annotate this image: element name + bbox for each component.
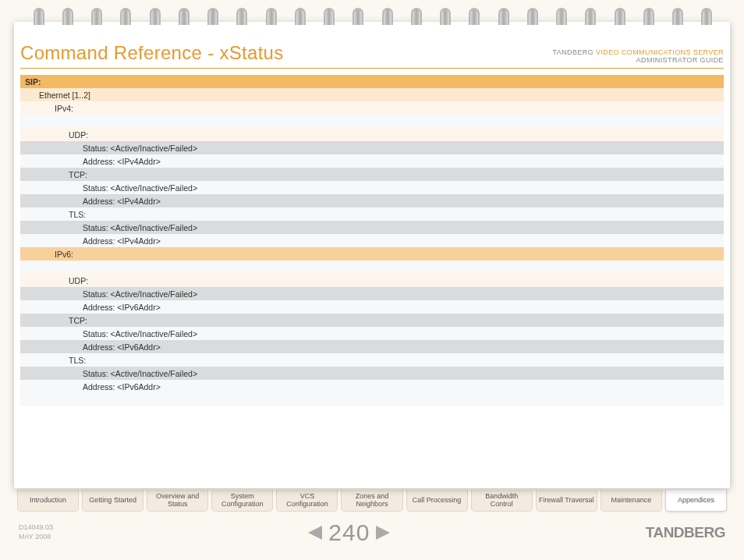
doc-date: MAY 2008: [19, 533, 53, 542]
table-row: TCP:: [20, 314, 724, 327]
spiral-binding: [0, 0, 744, 28]
row-text: UDP:: [69, 130, 88, 140]
tab-appendices[interactable]: Appendices: [665, 490, 727, 512]
brand-name: TANDBERG: [553, 48, 594, 56]
page-title: Command Reference - xStatus: [20, 42, 284, 64]
ring-icon: [527, 8, 537, 28]
ring-icon: [150, 8, 159, 28]
row-text: Address: <IPv4Addr>: [83, 236, 161, 246]
table-row: Status: <Active/Inactive/Failed>: [20, 327, 724, 340]
ring-icon: [643, 8, 653, 28]
table-row: Address: <IPv6Addr>: [20, 340, 724, 353]
table-row: [20, 115, 724, 128]
tab-zones-and-neighbors[interactable]: Zones and Neighbors: [341, 490, 402, 512]
table-row: Status: <Active/Inactive/Failed>: [20, 287, 724, 300]
row-text: UDP:: [69, 276, 88, 285]
tab-overview-and-status[interactable]: Overview and Status: [147, 490, 208, 512]
pager: 240: [308, 519, 390, 546]
ring-icon: [701, 8, 710, 28]
tab-getting-started[interactable]: Getting Started: [82, 490, 143, 512]
table-row: Status: <Active/Inactive/Failed>: [20, 181, 724, 194]
tab-maintenance[interactable]: Maintenance: [601, 490, 662, 512]
row-text: TCP:: [69, 316, 87, 325]
ring-icon: [382, 8, 391, 28]
ring-icon: [411, 8, 420, 28]
table-row: UDP:: [20, 128, 724, 141]
tab-introduction[interactable]: Introduction: [17, 490, 79, 512]
row-text: Address: <IPv4Addr>: [83, 157, 161, 166]
table-row: Status: <Active/Inactive/Failed>: [20, 367, 724, 380]
ring-icon: [295, 8, 304, 28]
ring-icon: [615, 8, 624, 28]
guide-subtitle: ADMINISTRATOR GUIDE: [553, 56, 724, 64]
table-row: Address: <IPv6Addr>: [20, 380, 724, 393]
table-row: IPv4:: [20, 101, 724, 115]
prev-page-icon[interactable]: [308, 526, 322, 540]
tab-firewall-traversal[interactable]: Firewall Traversal: [536, 490, 597, 512]
row-text: Status: <Active/Inactive/Failed>: [83, 183, 197, 193]
row-text: Address: <IPv6Addr>: [83, 342, 161, 352]
table-row: IPv6:: [20, 247, 724, 261]
row-text: Address: <IPv4Addr>: [83, 197, 161, 206]
ring-icon: [469, 8, 478, 28]
table-row: TCP:: [20, 168, 724, 181]
ring-icon: [353, 8, 362, 28]
brand-logo: TANDBERG: [646, 524, 725, 541]
footer: D14049.03 MAY 2008 240 TANDBERG: [19, 518, 725, 548]
ring-icon: [34, 8, 43, 28]
ring-icon: [207, 8, 217, 28]
ring-icon: [62, 8, 72, 28]
doc-info: D14049.03 MAY 2008: [19, 523, 53, 541]
row-text: Status: <Active/Inactive/Failed>: [83, 289, 197, 299]
row-text: Status: <Active/Inactive/Failed>: [83, 223, 197, 232]
tab-system-configuration[interactable]: System Configuration: [211, 490, 273, 512]
row-text: TCP:: [69, 170, 87, 179]
row-text: IPv6:: [55, 250, 73, 259]
ring-icon: [324, 8, 333, 28]
row-text: Status: <Active/Inactive/Failed>: [83, 144, 197, 153]
row-text: TLS:: [69, 210, 86, 219]
row-text: Status: <Active/Inactive/Failed>: [83, 329, 197, 338]
table-row: SIP:: [20, 75, 724, 88]
table-row: Ethernet [1..2]: [20, 88, 724, 101]
status-table: SIP:Ethernet [1..2]IPv4:UDP:Status: <Act…: [20, 75, 724, 406]
row-text: Address: <IPv6Addr>: [83, 303, 161, 312]
tab-bandwidth-control[interactable]: Bandwidth Control: [471, 490, 533, 512]
row-text: Address: <IPv6Addr>: [83, 382, 161, 392]
ring-icon: [672, 8, 682, 28]
table-row: Status: <Active/Inactive/Failed>: [20, 221, 724, 234]
ring-icon: [91, 8, 101, 28]
row-text: IPv4:: [55, 104, 73, 113]
row-text: SIP:: [25, 77, 41, 87]
tab-call-processing[interactable]: Call Processing: [406, 490, 468, 512]
page-body: Command Reference - xStatus TANDBERG VID…: [14, 22, 730, 488]
ring-icon: [585, 8, 594, 28]
ring-icon: [440, 8, 449, 28]
row-text: Status: <Active/Inactive/Failed>: [83, 369, 197, 378]
table-row: Address: <IPv4Addr>: [20, 194, 724, 207]
row-text: Ethernet [1..2]: [39, 90, 90, 100]
ring-icon: [236, 8, 246, 28]
header: Command Reference - xStatus TANDBERG VID…: [20, 42, 724, 69]
row-text: TLS:: [69, 356, 86, 365]
product-name: VIDEO COMMUNICATIONS SERVER: [596, 48, 724, 56]
header-right: TANDBERG VIDEO COMMUNICATIONS SERVER ADM…: [553, 48, 724, 64]
tab-vcs-configuration[interactable]: VCS Configuration: [276, 490, 338, 512]
ring-icon: [498, 8, 508, 28]
table-row: [20, 261, 724, 274]
ring-icon: [179, 8, 188, 28]
table-row: UDP:: [20, 274, 724, 287]
nav-tabs: IntroductionGetting StartedOverview and …: [9, 490, 735, 512]
table-row: TLS:: [20, 207, 724, 221]
table-row: Address: <IPv4Addr>: [20, 234, 724, 247]
next-page-icon[interactable]: [376, 526, 390, 540]
page-number: 240: [328, 519, 370, 546]
ring-icon: [556, 8, 565, 28]
table-row: [20, 393, 724, 406]
table-row: Status: <Active/Inactive/Failed>: [20, 141, 724, 154]
table-row: Address: <IPv6Addr>: [20, 300, 724, 314]
ring-icon: [120, 8, 129, 28]
table-row: Address: <IPv4Addr>: [20, 154, 724, 168]
doc-number: D14049.03: [19, 523, 53, 533]
table-row: TLS:: [20, 353, 724, 367]
